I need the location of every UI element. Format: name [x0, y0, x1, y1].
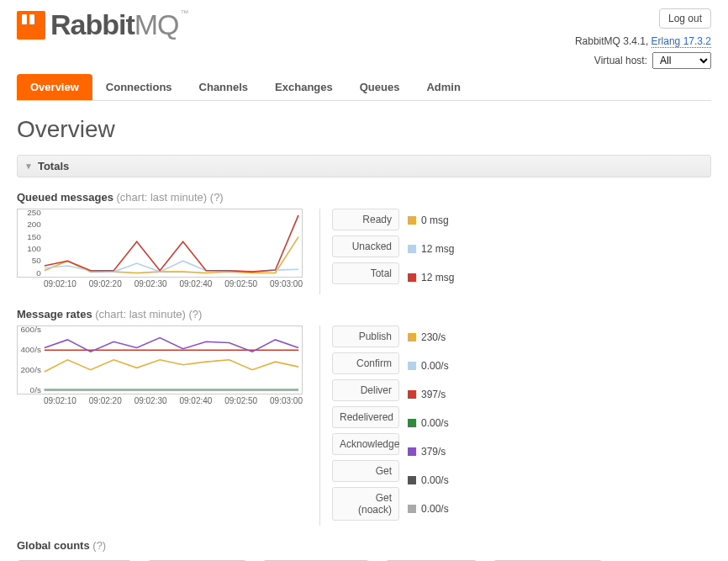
tick-label: 09:02:30 [135, 396, 167, 405]
rates-x-axis: 09:02:1009:02:2009:02:3009:02:4009:02:50… [17, 394, 303, 405]
queued-x-axis: 09:02:1009:02:2009:02:3009:02:4009:02:50… [17, 278, 303, 288]
color-swatch [408, 390, 416, 399]
nav-item-overview[interactable]: Overview [17, 74, 92, 100]
color-swatch [408, 333, 416, 341]
svg-text:50: 50 [32, 256, 42, 265]
svg-text:600/s: 600/s [21, 326, 41, 334]
legend-value: 12 msg [408, 266, 454, 289]
rates-chart: 600/s400/s200/s0/s [17, 325, 303, 394]
tick-label: 09:02:20 [89, 396, 122, 405]
legend-value: 0.00/s [408, 411, 449, 435]
tick-label: 09:02:20 [89, 279, 122, 288]
tick-label: 09:02:50 [224, 396, 257, 405]
logo-tm: ™ [181, 8, 188, 18]
rates-title: Message rates (chart: last minute) (?) [17, 308, 711, 320]
main-nav: OverviewConnectionsChannelsExchangesQueu… [17, 74, 711, 101]
queued-legend: ReadyUnackedTotal0 msg12 msg12 msg [319, 209, 454, 294]
svg-text:200: 200 [27, 220, 41, 229]
vhost-label: Virtual host: [594, 55, 647, 66]
logo: RabbitMQ™ [17, 8, 188, 41]
svg-text:100: 100 [27, 244, 41, 253]
svg-text:250: 250 [27, 209, 41, 217]
version-line: RabbitMQ 3.4.1, Erlang 17.3.2 [575, 35, 711, 47]
svg-text:200/s: 200/s [21, 365, 41, 374]
chevron-down-icon: ▼ [24, 161, 33, 171]
legend-label-unacked[interactable]: Unacked [332, 236, 399, 257]
legend-label-deliver[interactable]: Deliver [332, 379, 399, 401]
tick-label: 09:02:40 [179, 396, 212, 405]
tick-label: 09:02:10 [44, 396, 76, 405]
color-swatch [408, 505, 416, 513]
legend-value: 0.00/s [408, 354, 449, 378]
legend-value: 12 msg [408, 237, 454, 261]
vhost-select[interactable]: All [652, 52, 711, 69]
svg-text:400/s: 400/s [21, 345, 41, 354]
queued-title: Queued messages (chart: last minute) (?) [17, 191, 711, 204]
global-counts-title: Global counts (?) [17, 539, 711, 552]
legend-label-total[interactable]: Total [332, 262, 399, 284]
nav-item-connections[interactable]: Connections [92, 74, 186, 100]
legend-label-ready[interactable]: Ready [332, 209, 399, 230]
legend-label-redelivered[interactable]: Redelivered [332, 406, 399, 428]
erlang-link[interactable]: Erlang 17.3.2 [652, 35, 711, 48]
help-icon[interactable]: (?) [210, 191, 224, 204]
color-swatch [408, 245, 416, 253]
legend-label-publish[interactable]: Publish [332, 325, 399, 347]
tick-label: 09:02:10 [44, 279, 76, 288]
rates-legend: PublishConfirmDeliverRedeliveredAcknowle… [319, 325, 449, 526]
legend-value: 0.00/s [408, 497, 449, 521]
help-icon[interactable]: (?) [189, 308, 203, 320]
color-swatch [408, 476, 416, 484]
queued-chart: 250200150100500 [17, 209, 303, 278]
svg-text:0: 0 [36, 268, 41, 277]
tick-label: 09:03:00 [270, 396, 303, 405]
tick-label: 09:02:50 [224, 279, 257, 288]
nav-item-exchanges[interactable]: Exchanges [261, 74, 346, 100]
help-icon[interactable]: (?) [92, 539, 106, 552]
legend-value: 397/s [408, 383, 449, 406]
svg-text:0/s: 0/s [30, 385, 41, 394]
legend-value: 0 msg [408, 209, 454, 232]
nav-item-queues[interactable]: Queues [346, 74, 414, 100]
logo-text-1: Rabbit [50, 8, 135, 40]
color-swatch [408, 273, 416, 282]
tick-label: 09:03:00 [270, 279, 303, 288]
section-totals-label: Totals [38, 160, 69, 172]
tick-label: 09:02:30 [135, 279, 167, 288]
section-totals-header[interactable]: ▼ Totals [17, 155, 711, 177]
color-swatch [408, 216, 416, 225]
legend-label-get[interactable]: Get [332, 460, 399, 482]
color-swatch [408, 362, 416, 370]
legend-value: 230/s [408, 325, 449, 349]
legend-label-confirm[interactable]: Confirm [332, 352, 399, 374]
nav-item-channels[interactable]: Channels [186, 74, 262, 100]
rabbit-icon [17, 11, 45, 40]
logo-text-2: MQ [135, 8, 179, 40]
legend-value: 379/s [408, 440, 449, 463]
svg-text:150: 150 [27, 232, 41, 241]
nav-item-admin[interactable]: Admin [413, 74, 473, 100]
logout-button[interactable]: Log out [659, 8, 711, 29]
legend-label-get-noack-[interactable]: Get (noack) [332, 487, 399, 521]
legend-value: 0.00/s [408, 468, 449, 492]
version-text: RabbitMQ 3.4.1, [575, 35, 652, 47]
page-title: Overview [17, 116, 711, 143]
tick-label: 09:02:40 [179, 279, 212, 288]
legend-label-acknowledge[interactable]: Acknowledge [332, 433, 399, 455]
color-swatch [408, 447, 416, 456]
color-swatch [408, 419, 416, 427]
